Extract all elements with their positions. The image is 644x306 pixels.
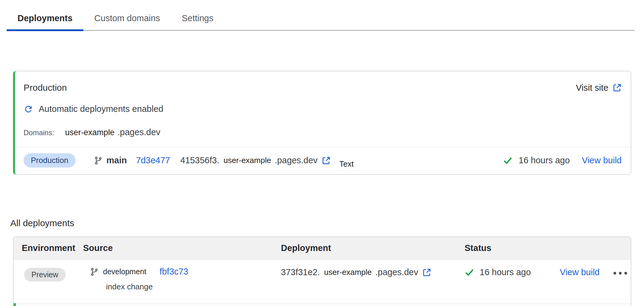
external-link-icon[interactable] [322,156,331,165]
visit-site-link[interactable]: Visit site [576,83,622,93]
commit-link[interactable]: fbf3c73 [159,267,188,277]
success-check-icon [465,268,474,277]
all-deployments-title: All deployments [10,217,644,229]
commit-message: index change [106,282,281,291]
table-header-row: Environment Source Deployment Status [14,237,631,259]
deployment-time: 16 hours ago [480,267,531,277]
tab-deployments[interactable]: Deployments [7,7,83,30]
deployment-time: 16 hours ago [519,155,570,165]
view-build-link[interactable]: View build [582,155,622,165]
commit-link[interactable]: 7d3e477 [136,155,170,165]
auto-deploy-status-text: Automatic deployments enabled [39,104,163,114]
deployment-domain-name: user-example [224,156,271,165]
git-branch-icon [90,267,99,276]
column-header-source: Source [83,243,281,253]
next-table-row-partial [14,303,631,306]
git-branch-icon [94,156,103,165]
column-header-status: Status [465,243,631,253]
deployment-domain-suffix: .pages.dev [375,267,418,277]
annotation-text: Text [339,159,354,169]
row-actions-menu-icon[interactable] [613,270,627,275]
domain-suffix: .pages.dev [118,127,160,137]
environment-badge: Preview [24,268,66,282]
production-card-title: Production [24,82,67,94]
tab-settings[interactable]: Settings [171,7,224,30]
environment-badge: Production [24,153,76,168]
refresh-icon [24,104,33,114]
deployment-id: 415356f3. [180,155,219,165]
column-header-deployment: Deployment [281,243,465,253]
tab-bar: Deployments Custom domains Settings [7,7,635,31]
table-row: Preview development fbf3c73 index change [14,259,631,303]
domains-label: Domains: [24,129,54,137]
external-link-icon [613,83,622,92]
external-link-icon[interactable] [422,268,431,277]
visit-site-label: Visit site [576,83,608,93]
deployments-table: Environment Source Deployment Status Pre… [13,236,631,306]
column-header-environment: Environment [22,243,83,253]
production-card: Production Visit site Automatic deployme… [13,71,631,175]
production-deployment-row: Production main 7d3e477 415356f3. user-e… [15,147,631,174]
branch-name: development [103,267,146,276]
deployment-domain-suffix: .pages.dev [275,155,317,165]
deployment-domain-name: user-example [324,268,372,277]
view-build-link[interactable]: View build [560,267,600,277]
domain-name: user-example [65,128,114,137]
success-check-icon [503,156,513,165]
production-row-accent [14,303,16,306]
deployment-id: 373f31e2. [281,267,320,277]
branch-name: main [106,155,127,165]
tab-custom-domains[interactable]: Custom domains [83,7,171,30]
